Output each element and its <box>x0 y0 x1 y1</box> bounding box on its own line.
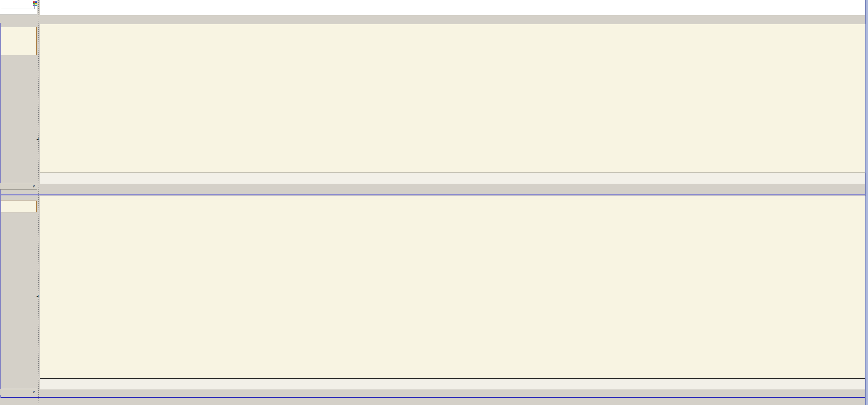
bottom-stage-bar <box>40 196 865 199</box>
eeg-plot-area[interactable] <box>40 24 866 173</box>
splitter-collapse-icon[interactable]: ◀ <box>36 138 38 141</box>
top-stage-bar <box>40 24 865 27</box>
timeline-scroll-strip <box>0 15 868 21</box>
window-bottom-border <box>0 397 868 398</box>
overview-hypnogram-timeline[interactable] <box>40 0 865 15</box>
top-epoch-duration-select[interactable]: ∨ <box>0 183 37 190</box>
bottom-time-axis <box>40 378 865 389</box>
study-palette-icon[interactable] <box>33 1 37 7</box>
panel-separator[interactable] <box>0 194 868 195</box>
bottom-epoch-duration-select[interactable]: ∨ <box>0 389 37 395</box>
chevron-down-icon: ∨ <box>32 389 35 394</box>
sidebar-splitter[interactable] <box>38 0 39 405</box>
study-search-input[interactable] <box>1 1 35 9</box>
respiratory-plot-area[interactable] <box>40 196 866 378</box>
splitter-collapse-icon[interactable]: ◀ <box>36 295 38 298</box>
top-time-axis <box>40 173 865 184</box>
window-right-border <box>865 0 868 405</box>
psg-application-window: ∨ ◀ ◀ ∨ ∨ <box>0 0 868 405</box>
chevron-down-icon: ∨ <box>32 184 35 188</box>
bottom-data-labeling-header[interactable] <box>1 201 37 212</box>
top-data-labeling-header[interactable] <box>1 27 37 55</box>
